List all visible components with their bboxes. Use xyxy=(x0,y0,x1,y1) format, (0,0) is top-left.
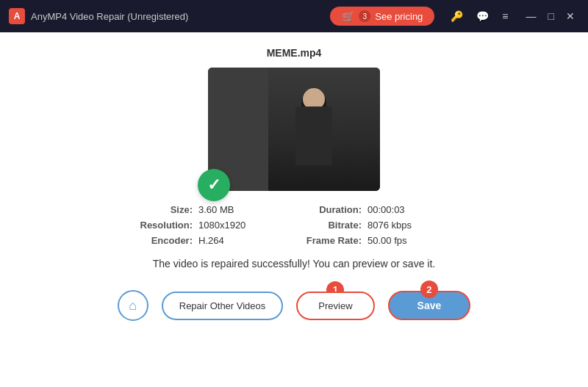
chat-icon-button[interactable]: 💬 xyxy=(473,9,492,23)
app-logo: A xyxy=(9,8,25,24)
resolution-value: 1080x1920 xyxy=(198,220,301,231)
success-message: The video is repaired successfully! You … xyxy=(153,258,435,270)
key-icon-button[interactable]: 🔑 xyxy=(448,9,466,23)
close-button[interactable]: ✕ xyxy=(562,9,579,23)
size-value: 3.60 MB xyxy=(198,204,301,215)
video-preview xyxy=(208,68,380,191)
resolution-label: Resolution: xyxy=(132,220,198,231)
pricing-button[interactable]: 🛒 3 See pricing xyxy=(330,7,434,26)
titlebar: A AnyMP4 Video Repair (Unregistered) 🛒 3… xyxy=(0,0,588,32)
save-button-wrapper: 2 Save xyxy=(388,291,471,320)
window-controls: — □ ✕ xyxy=(522,9,579,23)
minimize-button[interactable]: — xyxy=(522,9,541,23)
save-step-badge: 2 xyxy=(420,281,438,298)
framerate-value: 50.00 fps xyxy=(368,235,456,246)
pricing-label: See pricing xyxy=(375,11,423,22)
encoder-value: H.264 xyxy=(198,235,301,246)
person-body xyxy=(295,106,332,165)
main-content: MEME.mp4 ✓ Size: 3.60 MB Duration: 00:00… xyxy=(0,32,588,387)
titlebar-actions: 🔑 💬 ≡ xyxy=(448,9,511,23)
home-button[interactable]: ⌂ xyxy=(118,290,148,321)
size-label: Size: xyxy=(132,204,198,215)
video-info-table: Size: 3.60 MB Duration: 00:00:03 Resolut… xyxy=(132,204,456,246)
video-preview-container: ✓ xyxy=(208,68,380,191)
framerate-label: Frame Rate: xyxy=(301,235,368,246)
bitrate-value: 8076 kbps xyxy=(368,220,456,231)
preview-button[interactable]: Preview xyxy=(296,292,374,320)
video-background xyxy=(208,68,380,191)
pricing-badge: 3 xyxy=(359,10,370,22)
check-circle: ✓ xyxy=(198,169,230,201)
bitrate-label: Bitrate: xyxy=(301,220,368,231)
maximize-button[interactable]: □ xyxy=(544,9,559,23)
video-filename: MEME.mp4 xyxy=(267,47,322,59)
bottom-bar: ⌂ Repair Other Videos 1 Preview 2 Save xyxy=(118,283,471,325)
cart-icon: 🛒 xyxy=(342,10,354,22)
preview-button-wrapper: 1 Preview xyxy=(296,292,374,320)
repair-other-videos-button[interactable]: Repair Other Videos xyxy=(162,292,284,320)
video-figure xyxy=(284,88,343,191)
duration-label: Duration: xyxy=(301,204,368,215)
duration-value: 00:00:03 xyxy=(368,204,456,215)
menu-icon-button[interactable]: ≡ xyxy=(499,9,511,23)
app-title: AnyMP4 Video Repair (Unregistered) xyxy=(31,11,324,22)
encoder-label: Encoder: xyxy=(132,235,198,246)
